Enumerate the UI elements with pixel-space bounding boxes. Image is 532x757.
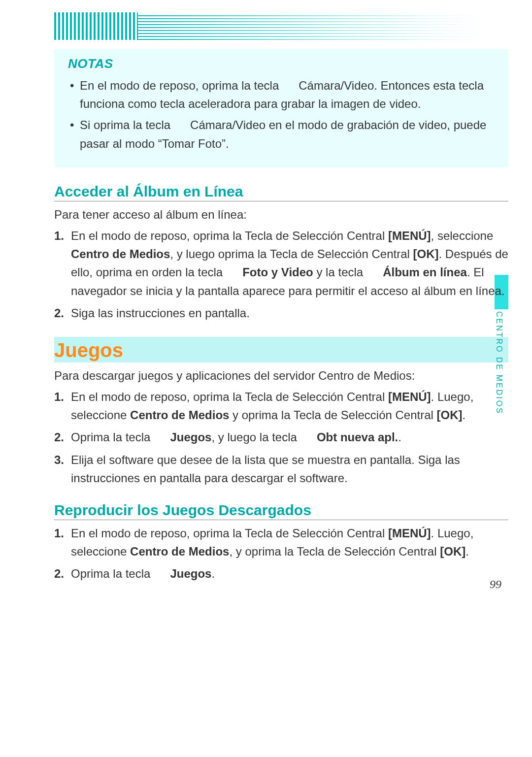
step-number: 2. xyxy=(54,564,64,583)
section-juegos: Juegos Para descargar juegos y aplicacio… xyxy=(54,337,508,487)
page-number: 99 xyxy=(490,578,501,591)
notes-item: Si oprima la tecla Cámara/Video en el mo… xyxy=(68,116,495,152)
bold-text: [OK] xyxy=(437,408,463,422)
notes-list: En el modo de reposo, oprima la tecla Cá… xyxy=(68,76,495,153)
manual-page: CENTRO DE MEDIOS NOTAS En el modo de rep… xyxy=(0,0,532,608)
text: Elija el software que desee de la lista … xyxy=(71,453,460,485)
step-item: 3. Elija el software que desee de la lis… xyxy=(54,451,508,487)
bold-text: [OK] xyxy=(413,247,439,261)
step-list: 1. En el modo de reposo, oprima la Tecla… xyxy=(54,388,508,487)
step-number: 2. xyxy=(54,428,64,446)
notes-item: En el modo de reposo, oprima la tecla Cá… xyxy=(68,76,495,113)
step-list: 1. En el modo de reposo, oprima la Tecla… xyxy=(54,227,508,322)
text: Oprima la tecla xyxy=(71,567,154,580)
page-content: NOTAS En el modo de reposo, oprima la te… xyxy=(54,49,508,583)
intro-text: Para tener acceso al álbum en línea: xyxy=(54,205,508,224)
text: Si oprima la tecla xyxy=(80,118,174,132)
text: , y oprima la Tecla de Selección Central xyxy=(229,545,440,558)
step-item: 2. Oprima la tecla Juegos, y luego la te… xyxy=(54,428,508,446)
text: En el modo de reposo, oprima la Tecla de… xyxy=(71,390,388,403)
section-heading-major: Juegos xyxy=(54,337,508,362)
bold-text: Obt nueva apl. xyxy=(317,430,398,444)
header-stripes xyxy=(54,12,483,40)
step-item: 1. En el modo de reposo, oprima la Tecla… xyxy=(54,227,508,300)
step-item: 1. En el modo de reposo, oprima la Tecla… xyxy=(54,388,508,424)
text: En el modo de reposo, oprima la Tecla de… xyxy=(71,527,388,540)
bold-text: Centro de Medios xyxy=(130,545,229,558)
step-list: 1. En el modo de reposo, oprima la Tecla… xyxy=(54,524,508,583)
step-number: 1. xyxy=(54,524,64,542)
bold-text: [OK] xyxy=(440,545,466,558)
step-item: 2. Siga las instrucciones en pantalla. xyxy=(54,304,508,322)
intro-text: Para descargar juegos y aplicaciones del… xyxy=(54,366,508,385)
text: . xyxy=(211,567,215,580)
bold-text: Juegos xyxy=(170,567,211,580)
step-number: 3. xyxy=(54,451,64,469)
text: y la tecla xyxy=(313,265,366,279)
text: , y luego oprima la Tecla de Selección C… xyxy=(170,247,413,261)
bold-text: Centro de Medios xyxy=(71,247,170,261)
notes-block: NOTAS En el modo de reposo, oprima la te… xyxy=(54,49,508,167)
section-reproducir: Reproducir los Juegos Descargados 1. En … xyxy=(54,502,508,583)
bold-text: [MENÚ] xyxy=(388,527,431,540)
step-number: 2. xyxy=(54,304,64,322)
text: En el modo de reposo, oprima la Tecla de… xyxy=(71,229,388,242)
text: Siga las instrucciones en pantalla. xyxy=(71,306,250,320)
header-stripes-dense xyxy=(54,12,138,40)
header-stripes-gradient xyxy=(138,12,483,40)
section-heading: Reproducir los Juegos Descargados xyxy=(54,502,508,520)
text: . xyxy=(398,430,401,444)
step-number: 1. xyxy=(54,388,64,406)
bold-text: Juegos xyxy=(170,430,211,444)
step-item: 2. Oprima la tecla Juegos. xyxy=(54,564,508,583)
section-heading: Acceder al Álbum en Línea xyxy=(54,183,508,201)
text: , seleccione xyxy=(431,229,494,242)
text: y oprima la Tecla de Selección Central xyxy=(229,408,436,422)
step-number: 1. xyxy=(54,227,64,245)
section-album: Acceder al Álbum en Línea Para tener acc… xyxy=(54,183,508,322)
text: . xyxy=(463,408,466,422)
text: , y luego la tecla xyxy=(211,430,300,444)
notes-heading: NOTAS xyxy=(68,56,495,71)
bold-text: Álbum en línea xyxy=(383,265,467,279)
bold-text: Centro de Medios xyxy=(130,408,229,422)
bold-text: [MENÚ] xyxy=(388,229,431,242)
text: En el modo de reposo, oprima la tecla xyxy=(80,79,282,92)
step-item: 1. En el modo de reposo, oprima la Tecla… xyxy=(54,524,508,560)
bold-text: [MENÚ] xyxy=(388,390,431,403)
text: . xyxy=(466,545,469,558)
text: Oprima la tecla xyxy=(71,430,154,444)
bold-text: Foto y Video xyxy=(242,265,313,279)
